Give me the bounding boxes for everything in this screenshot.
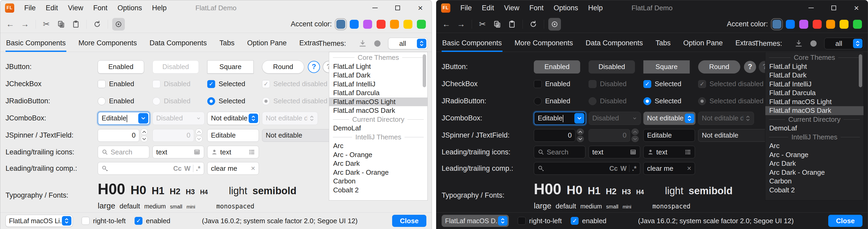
theme-item[interactable]: FlatLaf Darcula <box>765 89 864 97</box>
spinner-field[interactable]: 0 <box>534 129 576 142</box>
theme-item[interactable]: FlatLaf macOS Light <box>765 97 864 107</box>
lookandfeel-combobox[interactable]: FlatLaf macOS D... <box>442 215 509 227</box>
spinner-down-icon[interactable] <box>577 136 584 142</box>
table-icon[interactable] <box>193 149 200 155</box>
tab-data-components[interactable]: Data Components <box>585 39 644 52</box>
enabled-checkbox-group[interactable]: ✓ enabled <box>134 217 170 225</box>
menu-font[interactable]: Font <box>93 4 107 12</box>
accent-swatch-default[interactable] <box>336 20 345 29</box>
whole-words-button[interactable]: W <box>620 165 627 172</box>
theme-item[interactable]: Arc <box>765 142 864 150</box>
theme-item[interactable]: Cobalt 2 <box>329 186 427 195</box>
refresh-button[interactable] <box>527 18 539 31</box>
search-dropdown-icon[interactable] <box>537 165 544 172</box>
rtl-checkbox-group[interactable]: right-to-left <box>82 217 126 225</box>
back-button[interactable]: ← <box>440 18 453 31</box>
theme-item[interactable]: FlatLaf Light <box>765 62 864 71</box>
accent-swatch-blue[interactable] <box>786 20 795 29</box>
close-button[interactable]: × <box>845 0 868 16</box>
clear-icon[interactable]: × <box>251 164 255 173</box>
checkbox-selected[interactable]: ✓ <box>207 80 215 88</box>
github-link[interactable] <box>809 39 817 48</box>
menu-view[interactable]: View <box>504 4 519 12</box>
clearable-field[interactable]: clear me × <box>643 162 695 175</box>
theme-item[interactable]: Arc Dark - Orange <box>329 168 427 177</box>
tab-option-pane[interactable]: Option Pane <box>247 39 287 52</box>
tab-extras[interactable]: Extras <box>299 39 320 52</box>
copy-button[interactable] <box>491 18 503 31</box>
square-button[interactable]: Square <box>643 60 690 74</box>
theme-item[interactable]: Arc - Orange <box>329 150 427 160</box>
close-button[interactable]: × <box>409 0 432 16</box>
spinner-up-icon[interactable] <box>577 128 584 135</box>
themes-list[interactable]: Core Themes FlatLaf Light FlatLaf Dark F… <box>765 52 864 201</box>
theme-item[interactable]: Cobalt 2 <box>765 186 864 195</box>
tab-extras[interactable]: Extras <box>735 39 756 52</box>
accent-swatch-green[interactable] <box>417 20 426 29</box>
clear-icon[interactable]: × <box>687 164 691 173</box>
editable-combobox[interactable]: Editable <box>534 112 586 125</box>
theme-item[interactable]: FlatLaf IntelliJ <box>765 80 864 89</box>
theme-item[interactable]: FlatLaf macOS Dark <box>765 106 864 115</box>
theme-item[interactable]: Carbon <box>329 177 427 186</box>
refresh-button[interactable] <box>91 18 103 31</box>
help-button[interactable]: ? <box>744 61 756 73</box>
copy-button[interactable] <box>55 18 67 31</box>
forward-button[interactable]: → <box>455 18 467 31</box>
help-button[interactable]: ? <box>308 61 320 73</box>
text-field-with-table-icon[interactable]: text <box>589 146 640 159</box>
search-field-with-options[interactable]: Cc W .* <box>98 162 204 175</box>
not-editable-combobox[interactable]: Not editable <box>207 112 259 125</box>
close-dialog-button[interactable]: Close <box>828 215 863 227</box>
theme-item[interactable]: Arc Dark <box>765 159 864 168</box>
cut-button[interactable]: ✂ <box>476 18 489 31</box>
minimize-button[interactable] <box>364 0 386 16</box>
accent-swatch-default[interactable] <box>772 20 781 29</box>
minimize-button[interactable] <box>800 0 823 16</box>
spinner-arrows[interactable] <box>577 128 584 142</box>
menu-help[interactable]: Help <box>152 4 167 12</box>
menu-file[interactable]: File <box>24 4 36 12</box>
clearable-field[interactable]: clear me × <box>207 162 259 175</box>
theme-item[interactable]: Arc Dark <box>329 159 427 168</box>
tab-data-components[interactable]: Data Components <box>149 39 208 52</box>
checkbox-enabled[interactable] <box>534 80 542 88</box>
round-button[interactable]: Round <box>262 60 304 74</box>
tab-basic-components[interactable]: Basic Components <box>5 39 66 52</box>
regex-button[interactable]: .* <box>196 165 200 172</box>
download-themes-button[interactable] <box>359 39 367 48</box>
scrollbar-thumb[interactable] <box>423 54 426 87</box>
square-button[interactable]: Square <box>207 60 254 74</box>
enabled-checkbox[interactable]: ✓ <box>571 217 579 225</box>
menu-file[interactable]: File <box>460 4 472 12</box>
themes-filter-combobox[interactable]: all <box>388 38 428 49</box>
whole-words-button[interactable]: W <box>184 165 191 172</box>
github-link[interactable] <box>373 39 381 48</box>
tab-more-components[interactable]: More Components <box>78 39 137 52</box>
scrollbar-thumb[interactable] <box>859 54 862 87</box>
chevron-down-icon[interactable] <box>138 113 148 123</box>
tab-option-pane[interactable]: Option Pane <box>683 39 723 52</box>
enabled-checkbox-group[interactable]: ✓ enabled <box>571 217 607 225</box>
spinner-field[interactable]: 0 <box>98 129 139 142</box>
theme-item[interactable]: Arc <box>329 142 427 150</box>
accent-swatch-red[interactable] <box>377 20 385 29</box>
menu-view[interactable]: View <box>68 4 83 12</box>
menu-edit[interactable]: Edit <box>46 4 58 12</box>
show-hidden-toggle[interactable] <box>112 18 125 31</box>
not-editable-combobox[interactable]: Not editable <box>643 112 695 125</box>
menu-options[interactable]: Options <box>554 4 578 12</box>
tab-tabs[interactable]: Tabs <box>655 39 671 52</box>
tab-more-components[interactable]: More Components <box>514 39 574 52</box>
spinner-down-icon[interactable] <box>141 136 148 142</box>
accent-swatch-purple[interactable] <box>799 20 808 29</box>
menu-options[interactable]: Options <box>118 4 142 12</box>
enabled-button[interactable]: Enabled <box>98 60 144 74</box>
accent-swatch-green[interactable] <box>853 20 862 29</box>
search-field-with-options[interactable]: Cc W .* <box>534 162 640 175</box>
accent-swatch-red[interactable] <box>813 20 822 29</box>
maximize-button[interactable] <box>823 0 845 16</box>
enabled-button[interactable]: Enabled <box>534 60 580 74</box>
tab-tabs[interactable]: Tabs <box>219 39 235 52</box>
theme-item[interactable]: FlatLaf Dark <box>765 71 864 80</box>
